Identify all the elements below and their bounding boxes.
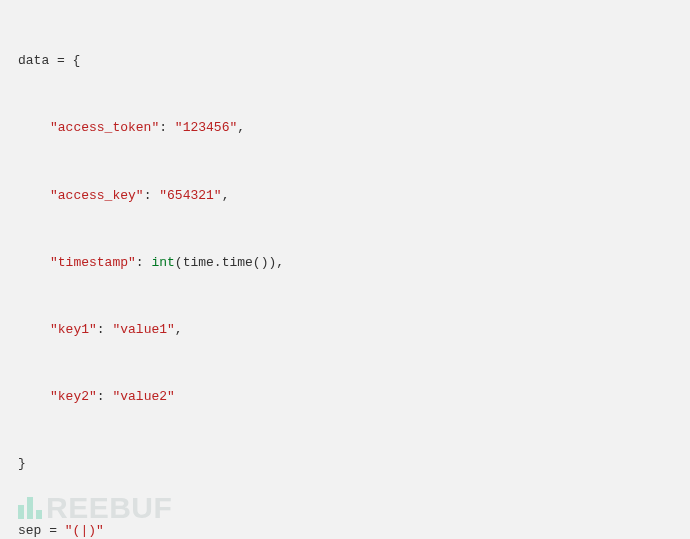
string-value: "654321": [159, 188, 221, 203]
code-text: sep =: [18, 523, 65, 538]
string-key: "access_key": [50, 188, 144, 203]
code-block: data = { "access_token": "123456", "acce…: [18, 16, 672, 539]
code-text: :: [144, 188, 160, 203]
string-key: "access_token": [50, 120, 159, 135]
code-text: data = {: [18, 53, 80, 68]
string-key: "key1": [50, 322, 97, 337]
code-text: :: [136, 255, 152, 270]
string-value: "value2": [112, 389, 174, 404]
code-text: ,: [237, 120, 245, 135]
code-text: }: [18, 456, 26, 471]
builtin-int: int: [151, 255, 174, 270]
string-value: "(|)": [65, 523, 104, 538]
string-value: "value1": [112, 322, 174, 337]
code-text: (time.time()),: [175, 255, 284, 270]
code-text: :: [159, 120, 175, 135]
string-key: "key2": [50, 389, 97, 404]
string-value: "123456": [175, 120, 237, 135]
code-text: ,: [175, 322, 183, 337]
code-text: ,: [222, 188, 230, 203]
string-key: "timestamp": [50, 255, 136, 270]
code-text: :: [97, 389, 113, 404]
code-text: :: [97, 322, 113, 337]
